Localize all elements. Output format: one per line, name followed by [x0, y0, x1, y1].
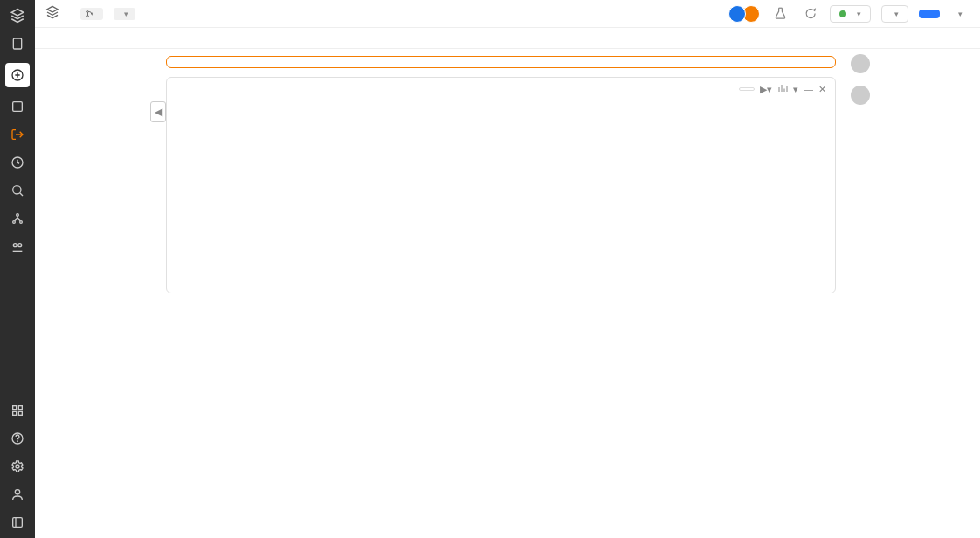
- svg-point-19: [87, 10, 89, 12]
- svg-point-8: [13, 244, 17, 247]
- settings-icon[interactable]: [9, 458, 26, 475]
- status-dot-icon: [839, 10, 846, 17]
- databricks-logo-icon: [45, 5, 59, 22]
- svg-point-15: [17, 441, 18, 442]
- menubar: [35, 28, 980, 49]
- files-icon[interactable]: [9, 35, 26, 52]
- connection-status[interactable]: ▾: [830, 5, 871, 23]
- run-cell-icon[interactable]: ▶▾: [760, 84, 772, 95]
- notebook-cells: ▶▾ ▾ — ✕: [157, 49, 845, 538]
- svg-point-7: [20, 221, 23, 224]
- toc-panel: ◀: [35, 49, 157, 538]
- recents-icon[interactable]: [9, 154, 26, 171]
- close-icon[interactable]: ✕: [818, 84, 826, 95]
- left-rail: [0, 0, 35, 538]
- experiments-icon[interactable]: [770, 4, 790, 24]
- svg-point-17: [15, 490, 19, 494]
- workspace-icon[interactable]: [9, 98, 26, 115]
- ml-icon[interactable]: [9, 238, 26, 255]
- svg-point-9: [18, 244, 22, 247]
- svg-rect-13: [18, 411, 22, 415]
- caret-down-icon[interactable]: ▾: [793, 84, 798, 95]
- svg-rect-10: [13, 406, 17, 410]
- chevron-down-icon: ▾: [894, 10, 899, 18]
- comment[interactable]: [851, 54, 975, 77]
- output-cell: ▶▾ ▾ — ✕: [166, 77, 836, 293]
- schedule-button[interactable]: ▾: [881, 5, 908, 23]
- add-icon[interactable]: [5, 63, 30, 87]
- user-icon[interactable]: [9, 486, 26, 503]
- topbar: ▾ ▾ ▾ ▾: [35, 0, 980, 28]
- panel-icon[interactable]: [9, 514, 26, 531]
- svg-point-5: [17, 214, 19, 217]
- chevron-down-icon: ▾: [124, 10, 128, 18]
- repo-tag[interactable]: [80, 8, 103, 20]
- svg-rect-12: [13, 411, 17, 415]
- collapse-toc-button[interactable]: ◀: [150, 101, 166, 122]
- language-selector[interactable]: ▾: [114, 8, 135, 20]
- avatar: [851, 86, 870, 105]
- comment-icon[interactable]: [800, 4, 819, 24]
- avatar[interactable]: [728, 5, 746, 23]
- exit-icon[interactable]: [9, 126, 26, 143]
- svg-rect-18: [13, 518, 23, 528]
- svg-point-4: [13, 186, 21, 194]
- avatar: [851, 54, 870, 73]
- share-button[interactable]: [919, 10, 940, 18]
- overflow-menu-icon[interactable]: ▾: [950, 4, 970, 24]
- help-icon[interactable]: [9, 430, 26, 447]
- svg-rect-2: [13, 102, 23, 112]
- logo-icon[interactable]: [9, 7, 26, 24]
- data-icon[interactable]: [9, 210, 26, 227]
- svg-point-16: [16, 465, 19, 468]
- apps-icon[interactable]: [9, 402, 26, 419]
- minimize-icon[interactable]: —: [804, 84, 813, 94]
- presence-avatars: [732, 5, 760, 23]
- comments-panel: [845, 49, 980, 538]
- svg-point-20: [87, 15, 89, 17]
- search-icon[interactable]: [9, 182, 26, 199]
- svg-point-6: [13, 221, 16, 224]
- chart-view-icon[interactable]: [777, 83, 788, 95]
- chevron-down-icon: ▾: [857, 10, 861, 18]
- svg-rect-0: [13, 38, 21, 49]
- comment[interactable]: [851, 86, 975, 108]
- chart-plot: [184, 118, 586, 293]
- code-cell[interactable]: [166, 56, 836, 68]
- cell-lang-pill[interactable]: [739, 87, 755, 91]
- svg-rect-11: [18, 406, 22, 410]
